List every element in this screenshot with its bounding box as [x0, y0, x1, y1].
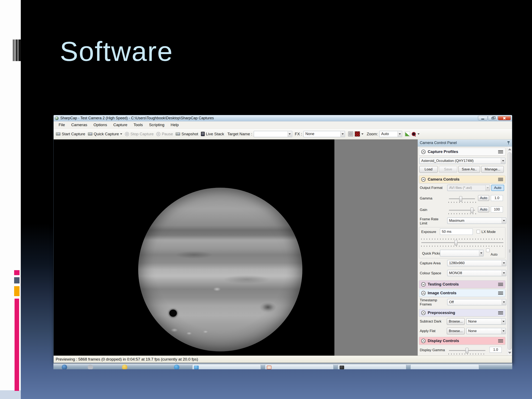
section-menu-icon[interactable] [498, 339, 503, 342]
windows-taskbar[interactable] [53, 363, 512, 369]
close-button[interactable] [498, 116, 511, 120]
gain-slider[interactable] [449, 210, 475, 211]
gain-auto-button[interactable]: Auto [478, 207, 489, 212]
chevron-down-icon[interactable] [501, 328, 505, 334]
menu-cameras[interactable]: Cameras [68, 122, 90, 128]
exposure-input[interactable]: 50 ms [440, 228, 473, 235]
taskbar-icon[interactable] [174, 365, 179, 369]
section-menu-icon[interactable] [498, 150, 503, 153]
apply-flat-combo[interactable]: None [466, 328, 506, 334]
target-name-combo[interactable] [254, 131, 292, 137]
section-preprocessing[interactable]: Preprocessing [419, 309, 505, 317]
gain-value[interactable]: 100 [491, 207, 503, 212]
manage-button[interactable]: Manage... [481, 166, 504, 173]
timestamp-frames-combo[interactable]: Off [447, 299, 506, 305]
section-menu-icon[interactable] [498, 283, 503, 286]
zoom-combo[interactable]: Auto [379, 131, 402, 137]
chevron-down-icon[interactable] [501, 319, 505, 324]
stop-capture-button[interactable]: Stop Capture [124, 132, 154, 136]
chevron-down-icon[interactable] [398, 131, 402, 137]
display-gamma-slider[interactable] [449, 350, 485, 351]
section-menu-icon[interactable] [498, 178, 503, 181]
gamma-auto-button[interactable]: Auto [478, 195, 489, 201]
scrollbar-thumb[interactable] [508, 152, 512, 350]
chevron-up-icon[interactable] [421, 339, 426, 343]
chevron-down-icon[interactable] [421, 282, 426, 287]
menu-scripting[interactable]: Scripting [146, 122, 167, 128]
taskbar-icon[interactable] [88, 365, 93, 369]
taskbar-window-button[interactable] [192, 364, 261, 369]
chevron-up-icon[interactable] [421, 150, 426, 154]
zoom-magnifier-icon[interactable] [412, 132, 416, 136]
gamma-value[interactable]: 1.0 [491, 195, 503, 201]
chevron-down-icon[interactable] [340, 131, 345, 137]
start-orb-icon[interactable] [62, 365, 67, 369]
chevron-down-icon[interactable] [288, 131, 292, 137]
profile-combo[interactable]: Asteroid_Occultation (QHY174M) [419, 158, 505, 164]
scroll-down-icon[interactable] [508, 352, 511, 354]
histogram-icon[interactable] [405, 132, 410, 136]
chevron-down-icon[interactable] [502, 299, 506, 305]
restore-button[interactable] [488, 116, 498, 120]
menu-capture[interactable]: Capture [110, 122, 130, 128]
chevron-down-icon[interactable] [120, 133, 122, 135]
section-camera-controls[interactable]: Camera Controls [419, 175, 505, 183]
exposure-auto-checkbox[interactable] [486, 248, 490, 252]
subtract-dark-combo[interactable]: None [466, 318, 506, 325]
chevron-down-icon[interactable] [479, 250, 483, 256]
output-format-auto-button[interactable]: Auto [491, 185, 504, 191]
quick-capture-button[interactable]: Quick Capture [87, 132, 123, 136]
bayer-pattern-icon[interactable] [355, 131, 360, 137]
fx-combo[interactable]: None [304, 131, 345, 137]
menu-file[interactable]: File [56, 122, 68, 128]
section-display-controls[interactable]: Display Controls [419, 337, 505, 345]
chevron-up-icon[interactable] [421, 291, 426, 295]
window-titlebar[interactable]: SharpCap - Test Camera 2 (High Speed) - … [54, 115, 512, 121]
load-button[interactable]: Load [419, 166, 438, 173]
chevron-up-icon[interactable] [421, 177, 426, 182]
section-menu-icon[interactable] [498, 311, 503, 314]
menu-options[interactable]: Options [91, 122, 110, 128]
gamma-slider[interactable] [449, 198, 475, 199]
apply-flat-browse-button[interactable]: Browse... [447, 328, 465, 334]
chevron-down-icon[interactable] [361, 133, 363, 135]
frame-rate-limit-combo[interactable]: Maximum [447, 218, 506, 224]
output-format-combo[interactable]: AVI files (*.avi) [447, 185, 490, 191]
display-gamma-slider-thumb[interactable] [466, 348, 469, 353]
exposure-slider[interactable] [421, 242, 504, 243]
minimize-button[interactable] [478, 116, 488, 120]
chevron-down-icon[interactable] [501, 158, 505, 164]
image-preview-area[interactable] [54, 139, 334, 355]
chevron-up-icon[interactable] [421, 311, 426, 315]
pause-button[interactable]: Pause [156, 132, 173, 136]
chevron-down-icon[interactable] [502, 218, 506, 223]
save-button[interactable]: Save [439, 166, 457, 173]
section-testing-controls[interactable]: Testing Controls [419, 280, 505, 288]
gamma-slider-thumb[interactable] [459, 196, 462, 202]
menu-help[interactable]: Help [168, 122, 182, 128]
chevron-down-icon[interactable] [418, 133, 420, 135]
scroll-up-icon[interactable] [508, 148, 511, 150]
chevron-down-icon[interactable] [502, 270, 506, 276]
taskbar-window-button[interactable] [338, 364, 406, 369]
menu-tools[interactable]: Tools [131, 122, 146, 128]
live-stack-button[interactable]: Live Stack [200, 132, 225, 136]
panel-scrollbar[interactable] [507, 146, 512, 355]
gain-slider-thumb[interactable] [470, 208, 473, 213]
section-capture-profiles[interactable]: Capture Profiles [419, 148, 505, 156]
folder-icon[interactable] [122, 365, 127, 369]
section-image-controls[interactable]: Image Controls [419, 289, 505, 297]
taskbar-window-button[interactable] [411, 364, 479, 369]
selection-area-icon[interactable] [348, 131, 353, 137]
start-capture-button[interactable]: Start Capture [55, 132, 86, 136]
save-as-button[interactable]: Save As.. [458, 166, 480, 173]
panel-header[interactable]: Camera Control Panel [418, 139, 512, 146]
pin-icon[interactable] [507, 141, 510, 145]
display-gamma-value[interactable]: 1.0 [490, 347, 502, 353]
colour-space-combo[interactable]: MONO8 [447, 270, 506, 276]
capture-area-combo[interactable]: 1280x960 [447, 260, 506, 266]
taskbar-window-button[interactable] [265, 364, 334, 369]
section-menu-icon[interactable] [498, 291, 503, 295]
subtract-dark-browse-button[interactable]: Browse... [447, 318, 465, 325]
chevron-down-icon[interactable] [502, 260, 506, 266]
